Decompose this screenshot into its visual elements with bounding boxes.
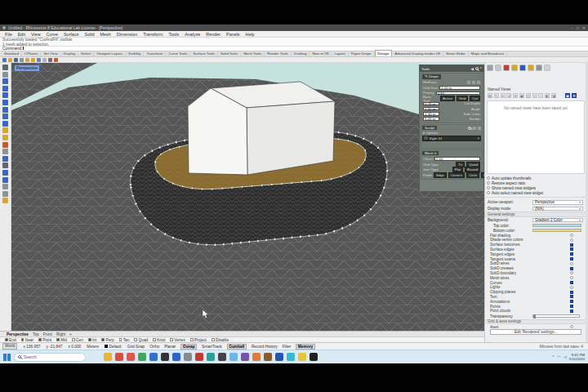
toolbar-tab[interactable]: Advanced Display modes 08 (392, 51, 443, 56)
tray-chevron-icon[interactable]: ⌃ (551, 354, 555, 359)
taskbar-app-icon[interactable] (252, 353, 261, 361)
sidebar-tool-icon[interactable] (2, 86, 8, 91)
sidebar-tool-icon[interactable] (2, 170, 8, 176)
checkbox[interactable] (570, 325, 573, 328)
checkbox[interactable] (570, 295, 573, 298)
metric-input[interactable]: 2.50 m (423, 112, 439, 116)
checkbox[interactable] (134, 338, 137, 341)
viewport-canvas[interactable] (11, 63, 484, 331)
maximize-button[interactable]: □ (577, 25, 579, 30)
checkbox[interactable] (570, 267, 573, 270)
taskbar-app-icon[interactable] (264, 353, 272, 361)
menu-item[interactable]: Panels (224, 32, 242, 37)
checkbox[interactable] (570, 276, 573, 279)
menu-item[interactable]: Edit (16, 32, 28, 37)
status-toggle[interactable]: Gumball (227, 344, 247, 350)
checkbox[interactable] (570, 262, 573, 265)
osnap-toggle[interactable]: Perp (101, 338, 114, 342)
search-icon[interactable] (475, 67, 479, 70)
taskbar-clock[interactable]: 9:41 PM 5/11/2024 (569, 353, 585, 361)
checkbox[interactable] (570, 243, 573, 247)
checkbox[interactable] (487, 176, 490, 180)
osnap-toggle[interactable]: Vertex (170, 338, 185, 342)
viewport-tab[interactable]: Front (43, 332, 52, 336)
cplane-button[interactable]: World (2, 343, 17, 350)
toolbar-icon[interactable] (31, 58, 35, 62)
checkbox[interactable] (487, 186, 490, 189)
toolbar-tab[interactable]: Set View (41, 51, 60, 56)
toolbar-tab[interactable]: Snow Globe (443, 51, 469, 56)
profile-button[interactable]: Blend (481, 172, 484, 178)
named-views-tool-icon[interactable]: ⋯ (538, 93, 543, 98)
toolbar-icon[interactable] (42, 58, 47, 62)
viewport-tab[interactable]: Perspective (7, 332, 29, 336)
perspective-viewport[interactable]: Perspective (11, 63, 484, 331)
checkbox[interactable] (487, 181, 490, 185)
sidebar-tool-icon[interactable] (2, 100, 8, 105)
toolbar-tab[interactable]: Curve Tools (166, 51, 190, 56)
toolbar-icon[interactable] (54, 58, 58, 62)
style-dropdown[interactable]: Style 01 ▾ (422, 136, 481, 141)
base-tool-button[interactable]: Active (440, 96, 455, 101)
osnap-toggle[interactable]: Project (190, 338, 207, 342)
viewport-tab[interactable]: Top (33, 332, 39, 336)
taskbar-app-icon[interactable] (229, 353, 238, 361)
checkbox[interactable] (88, 338, 91, 341)
taskbar-app-icon[interactable] (172, 353, 180, 361)
named-views-widget-icon[interactable]: ▣ (565, 93, 570, 98)
checkbox[interactable] (21, 338, 24, 341)
named-views-settings-icon[interactable]: ⚙ (572, 93, 577, 98)
toolbar-icon[interactable] (48, 58, 52, 62)
checkbox[interactable] (38, 338, 42, 341)
checkbox[interactable] (570, 300, 573, 303)
panel-tab-icon[interactable] (511, 65, 518, 71)
hotkey-icon[interactable] (477, 81, 481, 85)
named-views-tool-icon[interactable]: ◧ (545, 93, 550, 98)
base-tool-button[interactable]: Grid (457, 96, 468, 101)
toolbar-tab[interactable]: Solid Tools (218, 51, 241, 56)
checkbox[interactable] (570, 247, 573, 251)
top-color-swatch[interactable] (532, 224, 581, 227)
status-toggle[interactable]: Grid Snap (127, 345, 145, 349)
floating-tool-panel[interactable]: Tools ◀ * ✎ Drape HotKeys (419, 65, 484, 192)
status-toggle[interactable]: Filter (283, 345, 292, 349)
checkbox[interactable] (570, 271, 573, 274)
status-toggle[interactable]: Record History (252, 345, 278, 349)
sidebar-tool-icon[interactable] (2, 107, 8, 113)
background-select[interactable]: Gradient 2 Color▾ (532, 218, 583, 223)
toolbar-tab[interactable]: Visibility (126, 51, 145, 56)
transparency-slider[interactable] (532, 314, 580, 318)
checkbox[interactable] (570, 252, 573, 256)
toolbar-tab[interactable]: Display (61, 51, 78, 56)
menu-item[interactable]: Transform (140, 32, 165, 37)
units-label[interactable]: Meters (87, 345, 99, 349)
toolbar-tab[interactable]: Design (375, 50, 393, 56)
options-expander[interactable]: ▸ Options (423, 131, 439, 135)
sidebar-tool-icon[interactable] (2, 135, 8, 140)
pin-icon[interactable]: * (480, 67, 482, 70)
profile-button[interactable]: Edge (434, 172, 446, 178)
profile-button[interactable]: Circle (466, 172, 479, 178)
viewport-tab[interactable]: Right (56, 332, 65, 336)
named-views-tool-icon[interactable]: ▣ (519, 93, 524, 98)
filter-icon[interactable] (473, 127, 477, 131)
profile-button[interactable]: Corners (448, 172, 465, 178)
taskbar-app-icon[interactable] (149, 353, 158, 361)
osnap-toggle[interactable]: Tan (119, 338, 130, 342)
sidebar-tool-icon[interactable] (2, 156, 8, 162)
sidebar-tool-icon[interactable] (2, 163, 8, 168)
named-views-tool-icon[interactable]: ✕ (501, 93, 506, 98)
taskbar-app-icon[interactable] (184, 353, 192, 361)
checkbox[interactable] (570, 281, 573, 284)
osnap-toggle[interactable]: End (5, 338, 16, 342)
sidebar-tool-icon[interactable] (2, 72, 8, 78)
sidebar-tool-icon[interactable] (2, 92, 8, 98)
new-viewport-tab[interactable]: + (69, 332, 72, 336)
menu-item[interactable]: Mesh (98, 32, 114, 37)
toolbar-tab[interactable]: CPlanes (22, 51, 42, 56)
checkbox[interactable] (190, 338, 194, 341)
checkbox[interactable] (212, 338, 215, 341)
menu-item[interactable]: Solid (82, 32, 97, 37)
search-icon[interactable] (468, 127, 471, 130)
sidebar-tool-icon[interactable] (2, 127, 8, 133)
